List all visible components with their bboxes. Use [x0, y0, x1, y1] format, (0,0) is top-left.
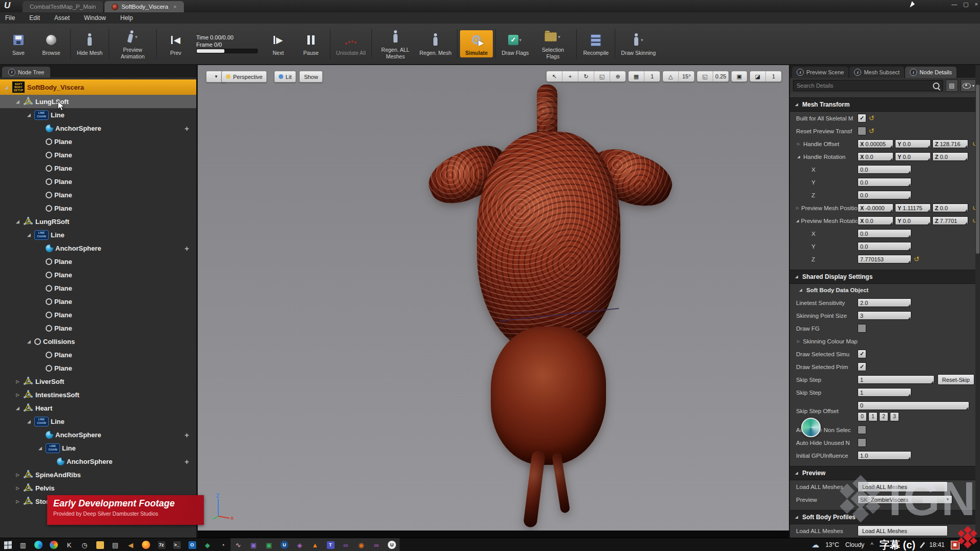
visual-studio-icon[interactable]: ∞ [338, 538, 353, 551]
app-hex-icon[interactable]: ◆ [200, 538, 215, 551]
tab-combattestmap-p-main[interactable]: CombatTestMap_P_Main [23, 1, 103, 12]
scrollbar-thumb[interactable] [976, 85, 979, 254]
offset-button-2[interactable]: 2 [879, 412, 888, 421]
tree-item-plane[interactable]: Plane [0, 201, 196, 215]
camera-speed-value[interactable]: 1 [765, 71, 781, 81]
collapsed-arrow-icon[interactable]: ▷ [14, 499, 21, 504]
offset-button-0[interactable]: 0 [858, 412, 867, 421]
terminal-icon[interactable]: >_ [169, 538, 184, 551]
weather-condition[interactable]: Cloudy [845, 541, 864, 548]
value-field[interactable]: 0.0◢ [858, 178, 911, 187]
tree-item-plane[interactable]: Plane [0, 188, 196, 201]
section-header-soft-body-profiles[interactable]: ◢Soft Body Profiles [790, 510, 980, 524]
tab-preview-scene[interactable]: iPreview Scene [792, 67, 848, 78]
property-matrix-button[interactable]: ▤ [946, 79, 958, 92]
value-field[interactable]: 0.0◢ [858, 229, 911, 238]
menu-asset[interactable]: Asset [54, 14, 70, 22]
coordinate-space-icon[interactable]: ⊕ [610, 71, 625, 81]
revert-icon[interactable]: ↺ [869, 127, 874, 135]
rotation-snap-value[interactable]: 15° [678, 71, 694, 81]
section-header-shared-display-settings[interactable]: ◢Shared Display Settings [790, 270, 980, 284]
tree-item-heart[interactable]: ◢Heart [0, 401, 196, 415]
app-green-icon[interactable]: ▣ [261, 538, 277, 551]
menu-edit[interactable]: Edit [29, 14, 40, 22]
rotate-tool-icon[interactable]: ↻ [578, 71, 594, 81]
hide-mesh-button[interactable]: Hide Mesh [73, 30, 106, 57]
tree-item-plane[interactable]: Plane [0, 255, 196, 268]
checkbox-draw-fg[interactable] [858, 324, 866, 333]
value-field[interactable]: 1.0◢ [858, 451, 911, 460]
tree-item-line[interactable]: ◢LINECHAINLine [0, 228, 196, 241]
menu-window[interactable]: Window [84, 14, 106, 22]
checkbox-draw-selected-simu[interactable]: ✓ [858, 350, 866, 358]
value-field[interactable]: 1◢ [858, 375, 934, 384]
7zip-icon[interactable]: 7z [154, 538, 169, 551]
perspective-button[interactable]: Perspective [221, 71, 267, 83]
expanded-arrow-icon[interactable]: ◢ [26, 339, 32, 344]
search-details-input[interactable]: Search Details [793, 80, 943, 91]
section-header-preview[interactable]: ◢Preview [790, 466, 980, 480]
collapsed-arrow-icon[interactable]: ▷ [14, 486, 21, 491]
field-x[interactable]: X0.00005◢ [858, 139, 893, 148]
chevron-down-icon[interactable]: ▼ [134, 35, 138, 39]
add-node-button[interactable]: + [184, 244, 189, 253]
tree-item-collisions[interactable]: ◢Collisions [0, 335, 196, 348]
save-button[interactable]: Save [2, 30, 35, 57]
field-y[interactable]: Y0.0◢ [895, 139, 931, 148]
start-button[interactable] [0, 538, 15, 551]
notes-app-icon[interactable]: ▤ [108, 538, 123, 551]
tree-item-plane[interactable]: Plane [0, 295, 196, 308]
field-x[interactable]: X0.0◢ [858, 216, 893, 225]
tab-softbody-viscera[interactable]: SoftBody_Viscera× [105, 1, 184, 12]
visual-studio-2-icon[interactable]: ∞ [369, 538, 384, 551]
value-field[interactable]: 2.0◢ [858, 298, 911, 307]
node-tree-tab[interactable]: i Node Tree [2, 67, 50, 77]
app-brain-icon[interactable]: ∿ [231, 538, 246, 551]
expanded-arrow-icon[interactable]: ◢ [14, 219, 21, 224]
button-reset-skip[interactable]: Reset-Skip [937, 374, 974, 385]
tab-node-details[interactable]: iNode Details [905, 67, 956, 78]
expanded-arrow-icon[interactable]: ◢ [14, 99, 21, 104]
button-load-all-meshes[interactable]: Load ALL Meshes [858, 481, 948, 492]
edge-icon[interactable] [31, 538, 46, 551]
browse-button[interactable]: Browse [35, 30, 68, 57]
chevron-down-icon[interactable]: ▼ [557, 35, 561, 39]
tree-item-line[interactable]: ◢LINECHAINLine [0, 441, 196, 455]
value-field[interactable]: 0.0◢ [858, 242, 911, 251]
teams-icon[interactable]: T [323, 538, 338, 551]
tree-item-plane[interactable]: Plane [0, 281, 196, 295]
checkbox-auto-hide-non-selec[interactable] [858, 425, 866, 434]
tree-item-anchorsphere[interactable]: AnchorSphere+ [0, 121, 196, 135]
section-header-mesh-transform[interactable]: ◢Mesh Transform [790, 97, 980, 112]
expanded-arrow-icon[interactable]: ◢ [26, 113, 32, 117]
draw-skinning-button[interactable]: ▼Draw Skinning [618, 30, 659, 57]
tree-item-plane[interactable]: Plane [0, 148, 196, 161]
collapsed-arrow-icon[interactable]: ▷ [14, 473, 21, 477]
regen-all-meshes-button[interactable]: Regen. ALL Meshes [374, 27, 416, 60]
tree-item-plane[interactable]: Plane [0, 161, 196, 175]
dropdown-preview[interactable]: SK_ZombieViscera▼ [858, 495, 952, 504]
offset-button-3[interactable]: 3 [890, 412, 899, 421]
regen-mesh-button[interactable]: Regen. Mesh [416, 30, 454, 57]
add-node-button[interactable]: + [184, 431, 189, 439]
pause-button[interactable]: Pause [295, 30, 327, 57]
field-z[interactable]: Z128.716◢ [932, 139, 968, 148]
checkbox-reset-preview-transf[interactable] [858, 127, 866, 135]
menu-help[interactable]: Help [120, 14, 133, 22]
tree-item-plane[interactable]: Plane [0, 361, 196, 375]
tree-item-plane[interactable]: Plane [0, 175, 196, 188]
tree-item-anchorsphere[interactable]: AnchorSphere+ [0, 241, 196, 255]
scale-snap-value[interactable]: 0.25 [713, 71, 728, 81]
tab-close-icon[interactable]: × [173, 4, 176, 10]
minimize-button[interactable]: — [951, 1, 957, 8]
field-x[interactable]: X0.0◢ [858, 152, 893, 161]
unisolate-all-button[interactable]: Unisolate All [333, 30, 369, 57]
weather-temp[interactable]: 13°C [825, 541, 839, 548]
revert-icon[interactable]: ↺ [914, 255, 920, 263]
chevron-down-icon[interactable]: ▼ [518, 38, 523, 43]
draw-flags-button[interactable]: ✓▼Draw Flags [498, 30, 532, 57]
field-y[interactable]: Y0.0◢ [895, 216, 931, 225]
selection-flags-button[interactable]: ▼Selection Flags [532, 27, 574, 60]
tree-item-liversoft[interactable]: ▷LiverSoft [0, 375, 196, 388]
tree-item-plane[interactable]: Plane [0, 348, 196, 361]
